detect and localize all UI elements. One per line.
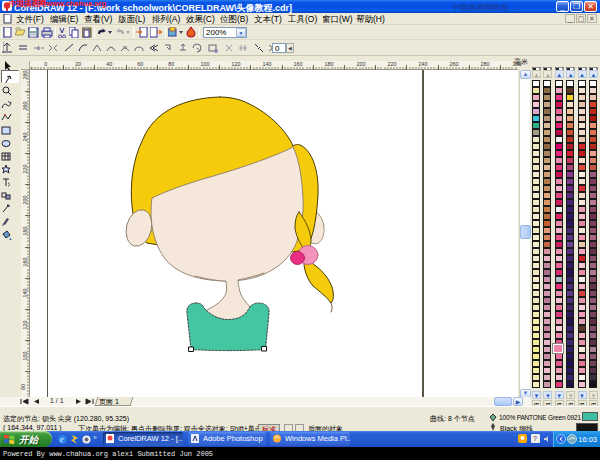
- svg-text:?: ?: [533, 435, 537, 442]
- svg-text:e: e: [60, 435, 64, 444]
